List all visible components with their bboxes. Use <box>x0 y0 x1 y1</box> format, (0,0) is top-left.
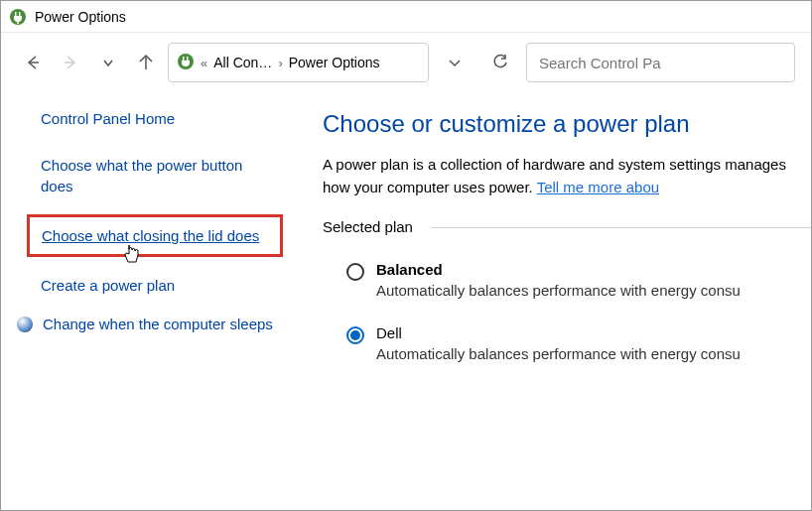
shield-icon <box>17 317 33 332</box>
refresh-button[interactable] <box>480 43 520 82</box>
recent-locations-dropdown[interactable] <box>92 47 124 78</box>
power-plug-icon <box>177 53 195 73</box>
svg-rect-1 <box>15 12 17 16</box>
control-panel-home-link[interactable]: Control Panel Home <box>41 110 275 127</box>
window-title: Power Options <box>35 9 126 25</box>
svg-rect-3 <box>17 21 19 24</box>
plan-description: Automatically balances performance with … <box>376 282 811 299</box>
chevron-right-icon: › <box>278 56 282 70</box>
breadcrumb-prefix: « <box>201 56 207 70</box>
navigation-bar: « All Con… › Power Options <box>1 33 811 92</box>
selected-plan-label: Selected plan <box>323 218 811 235</box>
cursor-pointer-icon <box>123 243 141 268</box>
breadcrumb[interactable]: « All Con… › Power Options <box>168 43 429 82</box>
breadcrumb-parent[interactable]: All Con… <box>213 55 272 70</box>
radio-balanced[interactable] <box>346 263 364 281</box>
plan-dell[interactable]: Dell Automatically balances performance … <box>323 319 811 368</box>
up-button[interactable] <box>130 47 162 78</box>
search-input[interactable] <box>526 43 795 82</box>
radio-dell[interactable] <box>346 326 364 344</box>
task-closing-lid-link[interactable]: Choose what closing the lid does <box>42 225 268 246</box>
svg-rect-9 <box>187 57 189 61</box>
plan-name: Dell <box>376 324 811 341</box>
breadcrumb-current[interactable]: Power Options <box>289 55 380 70</box>
plan-name: Balanced <box>376 261 811 278</box>
page-description: A power plan is a collection of hardware… <box>323 154 811 198</box>
svg-rect-2 <box>19 12 21 16</box>
task-change-sleep-link[interactable]: Change when the computer sleeps <box>43 314 273 334</box>
address-dropdown[interactable] <box>435 43 474 82</box>
plan-description: Automatically balances performance with … <box>376 345 811 362</box>
main-content: Choose or customize a power plan A power… <box>299 110 811 382</box>
title-bar: Power Options <box>1 1 811 33</box>
task-create-plan-link[interactable]: Create a power plan <box>41 275 275 296</box>
tell-me-more-link[interactable]: Tell me more abou <box>537 179 659 195</box>
back-button[interactable] <box>17 47 49 78</box>
highlight-annotation: Choose what closing the lid does <box>27 214 283 257</box>
task-power-button-link[interactable]: Choose what the power button does <box>41 155 275 196</box>
sidebar: Control Panel Home Choose what the power… <box>1 110 299 382</box>
plan-balanced[interactable]: Balanced Automatically balances performa… <box>323 255 811 305</box>
svg-rect-8 <box>183 57 185 61</box>
page-title: Choose or customize a power plan <box>323 110 811 138</box>
power-plug-icon <box>9 8 27 26</box>
forward-button[interactable] <box>55 47 86 78</box>
